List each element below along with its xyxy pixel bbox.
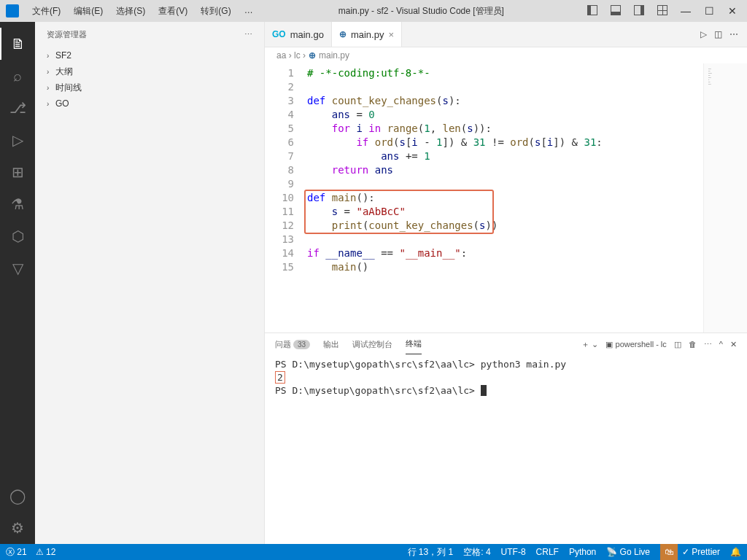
- status-warnings[interactable]: ⚠ 12: [36, 547, 56, 557]
- line-numbers: 123456789101112131415: [265, 63, 304, 332]
- tree-item[interactable]: ›GO: [35, 96, 264, 112]
- status-bell-icon[interactable]: 🔔: [730, 547, 741, 557]
- menu-item[interactable]: 编辑(E): [68, 3, 109, 20]
- status-bar: ⓧ 21 ⚠ 12 行 13，列 1 空格: 4 UTF-8 CRLF Pyth…: [0, 544, 747, 560]
- tab-more-icon[interactable]: ⋯: [729, 29, 738, 39]
- tree-item[interactable]: ›大纲: [35, 63, 264, 79]
- menu-item[interactable]: 选择(S): [110, 3, 151, 20]
- menu-item[interactable]: 转到(G): [195, 3, 236, 20]
- minimize-icon[interactable]: —: [677, 5, 694, 17]
- status-encoding[interactable]: UTF-8: [501, 547, 526, 557]
- activity-bar: 🗎 ⌕ ⎇ ▷ ⊞ ⚗ ⬡ ▽ ◯ ⚙: [0, 22, 35, 544]
- explorer-icon[interactable]: 🗎: [0, 28, 35, 60]
- testing-icon[interactable]: ⚗: [0, 188, 35, 220]
- terminal-more-icon[interactable]: ⋯: [704, 340, 712, 349]
- tab-problems[interactable]: 问题33: [275, 335, 310, 354]
- window-title: main.py - sf2 - Visual Studio Code [管理员]: [259, 5, 584, 18]
- menu-bar: 文件(F)编辑(E)选择(S)查看(V)转到(G)…: [26, 3, 259, 20]
- sidebar: 资源管理器 ⋯ ›SF2›大纲›时间线›GO: [35, 22, 265, 544]
- sidebar-title: 资源管理器: [47, 29, 87, 40]
- breadcrumb[interactable]: aa › lc › ⊕ main.py: [265, 47, 747, 63]
- panel-bottom-icon[interactable]: [607, 5, 624, 18]
- status-orange-icon[interactable]: 🛍: [660, 544, 678, 560]
- menu-item[interactable]: 文件(F): [26, 3, 66, 20]
- status-language[interactable]: Python: [569, 547, 596, 557]
- editor-tabs: GOmain.go⊕main.py× ▷ ◫ ⋯: [265, 22, 747, 47]
- status-prettier[interactable]: ✓ Prettier: [682, 547, 720, 557]
- close-icon[interactable]: ✕: [724, 5, 741, 17]
- editor-tab[interactable]: GOmain.go: [265, 22, 332, 47]
- account-icon[interactable]: ◯: [0, 480, 35, 512]
- source-control-icon[interactable]: ⎇: [0, 92, 35, 124]
- terminal-trash-icon[interactable]: 🗑: [689, 340, 697, 349]
- explorer-tree: ›SF2›大纲›时间线›GO: [35, 47, 264, 112]
- terminal-split-icon[interactable]: ◫: [674, 340, 681, 349]
- run-file-icon[interactable]: ▷: [700, 29, 707, 39]
- editor-tab[interactable]: ⊕main.py×: [332, 22, 402, 47]
- status-spaces[interactable]: 空格: 4: [463, 546, 490, 559]
- status-golive[interactable]: 📡 Go Live: [606, 547, 650, 557]
- menu-item[interactable]: 查看(V): [152, 3, 193, 20]
- terminal-new-icon[interactable]: ＋ ⌄: [581, 339, 598, 350]
- terminal-profile[interactable]: ▣ powershell - lc: [605, 340, 666, 349]
- highlight-box: [304, 190, 494, 234]
- menu-item[interactable]: …: [239, 3, 259, 20]
- split-editor-icon[interactable]: ◫: [714, 29, 722, 39]
- status-cursor[interactable]: 行 13，列 1: [408, 546, 454, 559]
- tab-close-icon[interactable]: ×: [388, 29, 394, 40]
- tree-item[interactable]: ›SF2: [35, 47, 264, 63]
- terminal-maximize-icon[interactable]: ^: [719, 340, 723, 349]
- hex-icon[interactable]: ⬡: [0, 220, 35, 252]
- run-debug-icon[interactable]: ▷: [0, 124, 35, 156]
- tab-terminal[interactable]: 终端: [406, 334, 422, 354]
- titlebar: 文件(F)编辑(E)选择(S)查看(V)转到(G)… main.py - sf2…: [0, 0, 747, 22]
- vscode-logo-icon: [6, 4, 19, 18]
- terminal-close-icon[interactable]: ✕: [730, 340, 737, 349]
- code-editor[interactable]: 123456789101112131415 # -*-coding:utf-8-…: [265, 63, 747, 332]
- panel-right-icon[interactable]: [630, 5, 648, 18]
- sidebar-more-icon[interactable]: ⋯: [244, 30, 252, 39]
- minimap[interactable]: ▬▬▬▬▬▬▬▬▬▬▬▬▬▬▬▬▬▬▬▬: [703, 63, 747, 332]
- bottom-panel: 问题33 输出 调试控制台 终端 ＋ ⌄ ▣ powershell - lc ◫…: [265, 332, 747, 544]
- filter-icon[interactable]: ▽: [0, 252, 35, 284]
- maximize-icon[interactable]: ☐: [700, 5, 718, 17]
- search-icon[interactable]: ⌕: [0, 60, 35, 92]
- layout-controls: — ☐ ✕: [584, 5, 741, 18]
- status-errors[interactable]: ⓧ 21: [6, 546, 27, 559]
- layout-grid-icon[interactable]: [654, 5, 671, 18]
- tab-debug-console[interactable]: 调试控制台: [352, 335, 392, 354]
- tree-item[interactable]: ›时间线: [35, 79, 264, 96]
- extensions-icon[interactable]: ⊞: [0, 156, 35, 188]
- tab-output[interactable]: 输出: [323, 335, 339, 354]
- settings-gear-icon[interactable]: ⚙: [0, 512, 35, 544]
- status-eol[interactable]: CRLF: [536, 547, 559, 557]
- terminal-content[interactable]: PS D:\mysetup\gopath\src\sf2\aa\lc> pyth…: [265, 355, 747, 544]
- panel-left-icon[interactable]: [584, 5, 601, 18]
